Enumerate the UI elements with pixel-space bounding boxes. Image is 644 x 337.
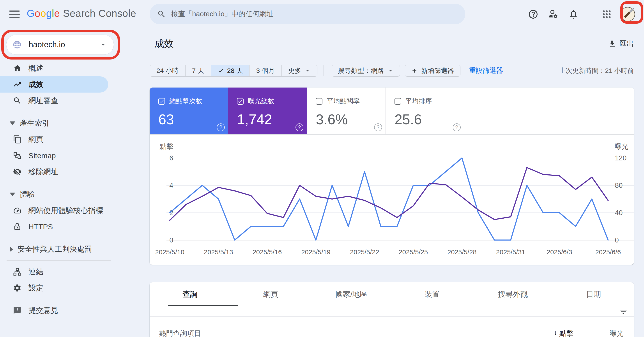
sidebar-item-settings[interactable]: 設定 xyxy=(0,280,123,296)
filter-list-icon[interactable] xyxy=(619,308,628,316)
metric-card-total-clicks[interactable]: 總點擊次數 63 ? xyxy=(150,87,228,134)
menu-icon[interactable] xyxy=(9,10,20,18)
search-placeholder: 檢查「haotech.io」中的任何網址 xyxy=(171,9,274,19)
active-tab-underline xyxy=(168,305,238,306)
metric-help-icon[interactable]: ? xyxy=(296,123,304,131)
svg-text:2025/5/31: 2025/5/31 xyxy=(496,248,525,256)
metric-card-average-position[interactable]: 平均排序 25.6 ? xyxy=(386,87,464,134)
metrics-row-filler xyxy=(464,87,634,134)
tab-dates[interactable]: 日期 xyxy=(553,282,634,306)
svg-text:120: 120 xyxy=(615,154,626,162)
metric-help-icon[interactable]: ? xyxy=(374,123,382,131)
property-selector[interactable]: haotech.io xyxy=(6,34,114,55)
svg-text:40: 40 xyxy=(615,209,623,217)
sidebar-item-feedback[interactable]: 提交意見 xyxy=(0,303,123,319)
tab-devices[interactable]: 裝置 xyxy=(392,282,473,306)
search-type-chip[interactable]: 搜尋類型：網路 xyxy=(332,65,400,77)
tab-pages[interactable]: 網頁 xyxy=(230,282,311,306)
divider xyxy=(324,65,324,76)
sidebar-divider xyxy=(6,238,111,238)
feedback-icon xyxy=(13,306,22,315)
tab-queries[interactable]: 查詢 xyxy=(150,282,230,306)
add-filter-chip[interactable]: 新增篩選器 xyxy=(405,65,460,77)
main-content: 成效 匯出 24 小時 7 天 28 天 3 個月 更多 搜尋類型：網路 xyxy=(150,28,634,337)
help-button[interactable] xyxy=(523,4,543,24)
sidebar-item-url-inspection[interactable]: 網址審查 xyxy=(0,93,123,109)
performance-line-chart[interactable]: 點擊曝光6420120804002025/5/102025/5/132025/5… xyxy=(150,142,634,265)
checkbox-unchecked-icon[interactable] xyxy=(394,98,401,105)
sidebar-item-core-web-vitals[interactable]: 網站使用體驗核心指標 xyxy=(0,202,123,219)
home-icon xyxy=(13,64,22,73)
sidebar-item-links[interactable]: 連結 xyxy=(0,264,123,280)
svg-text:2025/5/28: 2025/5/28 xyxy=(447,248,476,256)
column-impressions[interactable]: 曝光 xyxy=(610,329,624,337)
speed-gauge-icon xyxy=(13,206,22,215)
search-icon xyxy=(13,96,22,105)
range-3m-button[interactable]: 3 個月 xyxy=(249,65,281,76)
search-icon xyxy=(157,10,166,18)
url-inspect-search-input[interactable]: 檢查「haotech.io」中的任何網址 xyxy=(150,4,465,24)
svg-text:2025/5/16: 2025/5/16 xyxy=(252,248,282,256)
sidebar-item-pages[interactable]: 網頁 xyxy=(0,131,123,147)
reset-filters-link[interactable]: 重設篩選器 xyxy=(469,66,503,75)
column-top-queries[interactable]: 熱門查詢項目 xyxy=(159,329,201,337)
user-settings-button[interactable] xyxy=(543,4,564,24)
range-28d-button[interactable]: 28 天 xyxy=(211,65,250,76)
apps-grid-icon xyxy=(602,9,612,19)
trending-up-icon xyxy=(13,80,22,89)
account-avatar[interactable] xyxy=(617,3,639,25)
help-icon xyxy=(528,9,538,19)
tab-countries[interactable]: 國家/地區 xyxy=(311,282,392,306)
top-app-bar: Google Search Console 檢查「haotech.io」中的任何… xyxy=(0,0,644,28)
metric-label: 平均排序 xyxy=(406,97,432,106)
metric-help-icon[interactable]: ? xyxy=(453,123,461,131)
column-clicks-sorted[interactable]: ↓點擊 xyxy=(554,329,574,337)
svg-text:2025/5/25: 2025/5/25 xyxy=(399,248,428,256)
dimensions-table-card: 查詢 網頁 國家/地區 裝置 搜尋外觀 日期 熱門查詢項目 ↓點擊 曝光 xyxy=(150,282,634,337)
performance-card: 總點擊次數 63 ? 曝光總數 1,742 ? 平均點閱率 3.6% ? xyxy=(150,87,634,265)
range-more-button[interactable]: 更多 xyxy=(282,65,317,76)
sidebar-item-removals[interactable]: 移除網址 xyxy=(0,164,123,180)
range-24h-button[interactable]: 24 小時 xyxy=(150,65,185,76)
google-apps-button[interactable] xyxy=(597,4,617,24)
svg-text:2025/6/6: 2025/6/6 xyxy=(595,248,621,256)
range-7d-button[interactable]: 7 天 xyxy=(185,65,211,76)
metric-help-icon[interactable]: ? xyxy=(217,123,225,131)
table-header-row: 熱門查詢項目 ↓點擊 曝光 xyxy=(150,317,634,337)
checkbox-unchecked-icon[interactable] xyxy=(316,98,322,105)
svg-text:0: 0 xyxy=(615,236,619,244)
sidebar-section-indexing[interactable]: 產生索引 xyxy=(0,115,123,131)
links-tree-icon xyxy=(13,267,22,276)
sidebar-item-https[interactable]: HTTPS xyxy=(0,219,123,235)
svg-text:2025/5/10: 2025/5/10 xyxy=(155,248,184,256)
metric-card-total-impressions[interactable]: 曝光總數 1,742 ? xyxy=(228,87,307,134)
sidebar-nav: haotech.io 概述 成效 網址審查 產生索引 網頁 Sitemap xyxy=(0,28,123,337)
date-range-control: 24 小時 7 天 28 天 3 個月 更多 xyxy=(150,65,318,77)
export-button[interactable]: 匯出 xyxy=(608,39,634,48)
sidebar-section-security[interactable]: 安全性與人工判決處罰 xyxy=(0,241,123,257)
sidebar-section-experience[interactable]: 體驗 xyxy=(0,186,123,202)
chevron-down-icon xyxy=(99,41,107,48)
sidebar-item-overview[interactable]: 概述 xyxy=(0,60,123,76)
sidebar-divider xyxy=(6,299,111,299)
notifications-button[interactable] xyxy=(564,4,584,24)
svg-text:4: 4 xyxy=(169,181,173,189)
pages-icon xyxy=(13,135,22,144)
sidebar-item-sitemaps[interactable]: Sitemap xyxy=(0,147,123,164)
checkbox-checked-icon[interactable] xyxy=(158,98,165,105)
svg-text:點擊: 點擊 xyxy=(160,143,173,150)
sidebar-item-performance[interactable]: 成效 xyxy=(0,76,108,93)
download-icon xyxy=(608,40,616,48)
filter-bar: 24 小時 7 天 28 天 3 個月 更多 搜尋類型：網路 新增篩選器 重設篩… xyxy=(150,65,634,77)
last-updated-text: 上次更新時間：21 小時前 xyxy=(559,66,634,75)
tab-search-appearance[interactable]: 搜尋外觀 xyxy=(472,282,553,306)
svg-text:曝光: 曝光 xyxy=(615,143,628,150)
metric-card-average-ctr[interactable]: 平均點閱率 3.6% ? xyxy=(307,87,386,134)
dimension-tabs: 查詢 網頁 國家/地區 裝置 搜尋外觀 日期 xyxy=(150,282,634,306)
product-name: Search Console xyxy=(63,7,136,19)
metric-label: 總點擊次數 xyxy=(169,97,202,106)
sitemap-icon xyxy=(13,151,22,160)
table-toolbar xyxy=(150,306,634,317)
sidebar-divider xyxy=(6,260,111,261)
checkbox-checked-icon[interactable] xyxy=(237,98,244,105)
